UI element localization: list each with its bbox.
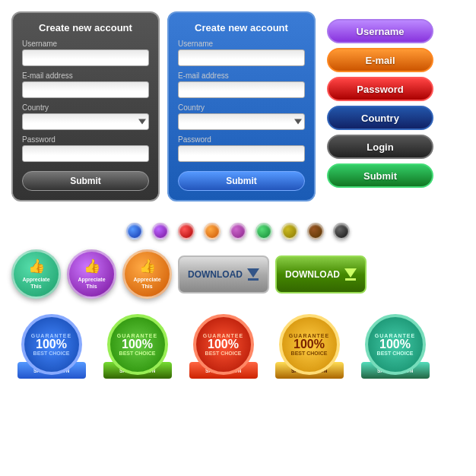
appreciate-label-teal: AppreciateThis — [22, 276, 49, 290]
guarantee-badge-blue: GUARANTEE 100% BEST CHOICE SATISFACTION — [11, 310, 91, 379]
best-choice-gold: BEST CHOICE — [291, 351, 328, 356]
download-arrow-green — [344, 268, 357, 281]
guarantee-row: GUARANTEE 100% BEST CHOICE SATISFACTION … — [11, 306, 465, 382]
form-dark-title: Create new account — [22, 22, 149, 33]
input-email-blue[interactable] — [178, 81, 305, 98]
guarantee-badge-gold: GUARANTEE 100% BEST CHOICE SATISFACTION — [269, 310, 349, 379]
field-email-blue: E-mail address — [178, 71, 305, 98]
country-wrapper-blue — [178, 113, 305, 130]
field-email-dark: E-mail address — [22, 71, 149, 98]
label-username-dark: Username — [22, 40, 149, 48]
percent-blue: 100% — [36, 338, 67, 351]
label-email-dark: E-mail address — [22, 71, 149, 80]
btn-country[interactable]: Country — [327, 106, 433, 130]
label-password-blue: Password — [178, 135, 305, 144]
best-choice-green: BEST CHOICE — [119, 351, 156, 356]
dot-orange[interactable] — [204, 223, 221, 240]
country-wrapper-dark — [22, 113, 149, 130]
field-password-blue: Password — [178, 135, 305, 162]
appreciate-label-orange: AppreciateThis — [133, 276, 160, 290]
label-username-blue: Username — [178, 40, 305, 48]
btn-login[interactable]: Login — [327, 135, 433, 159]
input-username-dark[interactable] — [22, 49, 149, 66]
field-country-blue: Country — [178, 103, 305, 130]
best-choice-red: BEST CHOICE — [205, 351, 242, 356]
form-blue-title: Create new account — [178, 22, 305, 33]
field-country-dark: Country — [22, 103, 149, 130]
best-choice-blue: BEST CHOICE — [33, 351, 70, 356]
guarantee-badge-teal: GUARANTEE 100% BEST CHOICE SATISFACTION — [355, 310, 435, 379]
download-btn-silver[interactable]: DOWNLOAD — [178, 255, 269, 294]
btn-password[interactable]: Password — [327, 77, 433, 101]
percent-red: 100% — [208, 338, 239, 351]
field-username-dark: Username — [22, 40, 149, 66]
field-password-dark: Password — [22, 135, 149, 162]
submit-blue[interactable]: Submit — [178, 171, 305, 191]
badge-circle-teal: GUARANTEE 100% BEST CHOICE — [365, 314, 426, 375]
badge-circle-red: GUARANTEE 100% BEST CHOICE — [193, 314, 254, 375]
badge-circle-green: GUARANTEE 100% BEST CHOICE — [107, 314, 168, 375]
submit-dark[interactable]: Submit — [22, 171, 149, 191]
appreciate-badge-orange[interactable]: 👍 AppreciateThis — [122, 249, 172, 299]
thumb-icon-orange: 👍 — [139, 259, 156, 275]
input-email-dark[interactable] — [22, 81, 149, 98]
dropdown-arrow-dark — [138, 119, 146, 125]
dot-red[interactable] — [178, 223, 195, 240]
dot-blue[interactable] — [126, 223, 143, 240]
badge-circle-gold: GUARANTEE 100% BEST CHOICE — [279, 314, 340, 375]
btn-submit[interactable]: Submit — [327, 163, 433, 188]
appreciate-badge-teal[interactable]: 👍 AppreciateThis — [11, 249, 61, 299]
dot-black[interactable] — [333, 223, 350, 240]
buttons-panel: Username E-mail Password Country Login S… — [327, 11, 433, 202]
input-username-blue[interactable] — [178, 49, 305, 66]
badge-circle-blue: GUARANTEE 100% BEST CHOICE — [21, 314, 82, 375]
field-username-blue: Username — [178, 40, 305, 66]
appreciate-label-purple: AppreciateThis — [78, 276, 105, 290]
download-arrow-silver — [247, 268, 259, 281]
download-btn-green[interactable]: DOWNLOAD — [275, 255, 367, 294]
label-country-blue: Country — [178, 103, 305, 112]
dot-violet[interactable] — [230, 223, 246, 240]
thumb-icon-purple: 👍 — [84, 259, 100, 275]
label-email-blue: E-mail address — [178, 71, 305, 80]
badges-downloads-row: 👍 AppreciateThis 👍 AppreciateThis 👍 Appr… — [11, 249, 465, 299]
appreciate-badge-purple[interactable]: 👍 AppreciateThis — [67, 249, 116, 299]
best-choice-teal: BEST CHOICE — [377, 351, 414, 356]
guarantee-badge-red: GUARANTEE 100% BEST CHOICE SATISFACTION — [183, 310, 263, 379]
bottom-section: 👍 AppreciateThis 👍 AppreciateThis 👍 Appr… — [0, 246, 476, 386]
input-country-dark[interactable] — [22, 113, 149, 130]
dot-purple[interactable] — [152, 223, 169, 240]
dot-green[interactable] — [255, 223, 272, 240]
input-password-blue[interactable] — [178, 145, 305, 162]
thumb-icon-teal: 👍 — [28, 259, 45, 275]
label-password-dark: Password — [22, 135, 149, 144]
color-dots-row — [0, 217, 476, 246]
download-label-green: DOWNLOAD — [285, 269, 340, 280]
dot-brown[interactable] — [307, 223, 324, 240]
dot-olive[interactable] — [281, 223, 298, 240]
label-country-dark: Country — [22, 103, 149, 112]
percent-green: 100% — [122, 338, 153, 351]
form-blue: Create new account Username E-mail addre… — [167, 11, 316, 202]
download-label-silver: DOWNLOAD — [188, 269, 243, 280]
form-dark: Create new account Username E-mail addre… — [11, 11, 160, 202]
percent-teal: 100% — [379, 338, 411, 351]
btn-username[interactable]: Username — [327, 19, 433, 43]
guarantee-badge-green: GUARANTEE 100% BEST CHOICE SATISFACTION — [97, 310, 177, 379]
input-country-blue[interactable] — [178, 113, 305, 130]
percent-gold: 100% — [294, 338, 325, 351]
btn-email[interactable]: E-mail — [327, 48, 433, 72]
input-password-dark[interactable] — [22, 145, 149, 162]
dropdown-arrow-blue — [294, 119, 302, 125]
